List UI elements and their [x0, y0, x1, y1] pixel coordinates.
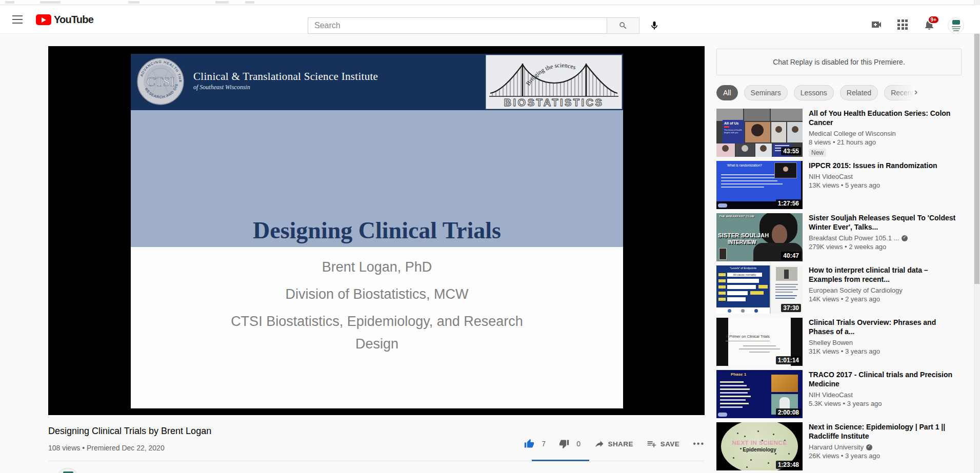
- youtube-watch-page: YouTube 9+: [0, 0, 980, 473]
- recommended-video-1[interactable]: All of Us The future of health begins wi…: [716, 109, 962, 157]
- search-button[interactable]: [607, 17, 639, 34]
- chips-next-icon[interactable]: ›: [914, 86, 917, 97]
- slide-author: Brent Logan, PhD: [131, 256, 623, 278]
- thumb-endpoint-label: All-cause mortality: [727, 273, 762, 277]
- recommended-video-4[interactable]: "Levels" of Endpoints All-cause mortalit…: [716, 265, 962, 314]
- thumb-pills-image: [771, 375, 798, 392]
- avatar-seal-icon: [952, 20, 960, 25]
- thumbnail[interactable]: NEXT IN SCIENCE Epidemiology 1:23:48: [716, 422, 803, 470]
- notification-count-badge: 9+: [928, 15, 939, 24]
- video-camera-plus-icon: [870, 18, 883, 31]
- channel-name: Harvard University: [809, 443, 864, 451]
- presentation-slide: ADVANCING HEALTH THROUGH RESEARCH AND DI…: [131, 54, 623, 408]
- slide-header-band: ADVANCING HEALTH THROUGH RESEARCH AND DI…: [131, 54, 623, 110]
- duration-badge: 1:23:48: [776, 461, 801, 469]
- verified-icon: [902, 235, 908, 241]
- verified-icon: [866, 444, 872, 450]
- youtube-play-icon: [36, 14, 51, 25]
- duration-badge: 43:55: [781, 147, 801, 155]
- apps-button[interactable]: [896, 18, 909, 31]
- thumbnail[interactable]: A Primer on Clinical Trials 1:01:14: [716, 318, 803, 366]
- top-app-bar: YouTube 9+: [0, 5, 980, 34]
- institute-subtitle: of Southeast Wisconsin: [193, 84, 378, 91]
- browser-remnant: [215, 1, 229, 4]
- book-cover: [719, 248, 727, 260]
- channel-avatar[interactable]: [56, 468, 79, 473]
- duration-badge: 40:47: [781, 252, 801, 260]
- recommended-video-7[interactable]: NEXT IN SCIENCE Epidemiology 1:23:48 Nex…: [716, 422, 962, 470]
- video-meta: 31K views • 3 years ago: [809, 347, 957, 355]
- filter-chips: All Seminars Lessons Related Recent: [716, 85, 962, 101]
- slide-title-band: Designing Clinical Trials: [131, 110, 623, 247]
- recommended-video-2[interactable]: What is randomization? 1:27:56 IPPCR 201…: [716, 161, 962, 209]
- video-meta: 279K views • 2 weeks ago: [809, 243, 957, 251]
- share-button[interactable]: SHARE: [594, 439, 633, 449]
- slide-title: Designing Clinical Trials: [131, 217, 623, 244]
- video-title: All of You Health Education Series: Colo…: [809, 109, 957, 127]
- nih-logo: [718, 203, 727, 208]
- duration-badge: 2:00:08: [776, 408, 801, 417]
- chip-lessons[interactable]: Lessons: [794, 85, 834, 100]
- nih-logo: [718, 413, 727, 417]
- thumbnail[interactable]: All of Us The future of health begins wi…: [716, 109, 803, 157]
- biostatistics-logo: Bridging the sciences BIOSTATISTICS: [486, 55, 622, 109]
- mic-icon: [649, 20, 659, 31]
- duration-badge: 37:30: [781, 304, 801, 312]
- chat-replay-notice: Chat Replay is disabled for this Premier…: [716, 49, 962, 75]
- institute-name-block: Clinical & Translational Science Institu…: [193, 70, 378, 91]
- video-title: How to interpret clinical trial data – E…: [809, 265, 957, 284]
- slide-department: CTSI Biostatistics, Epidemiology, and Re…: [223, 311, 531, 355]
- like-button[interactable]: 7: [524, 439, 546, 449]
- recommended-video-3[interactable]: THE BREAKFAST CLUB SISTER SOULJAH INTERV…: [716, 213, 962, 261]
- ctsi-logo: ADVANCING HEALTH THROUGH RESEARCH AND DI…: [137, 58, 184, 105]
- browser-remnant: [245, 1, 254, 4]
- voice-search-button[interactable]: [647, 18, 662, 33]
- scrollbar-track[interactable]: [974, 0, 980, 473]
- scrollbar-thumb[interactable]: [974, 33, 979, 284]
- create-video-button[interactable]: [870, 18, 883, 31]
- recommended-video-6[interactable]: Phase 1 2:00:08 TRACO 2017 - Clinical tr…: [716, 370, 962, 418]
- chip-related[interactable]: Related: [840, 85, 878, 100]
- thumb-brand: THE BREAKFAST CLUB: [719, 215, 755, 218]
- thumb-allus-tagline: The future of health begins with you: [724, 129, 743, 134]
- thumb-slide-title: "Levels" of Endpoints: [716, 266, 770, 270]
- account-avatar[interactable]: [948, 17, 964, 34]
- chip-seminars[interactable]: Seminars: [744, 85, 788, 100]
- video-title: Sister Souljah Releases Sequel To 'Colde…: [809, 213, 957, 232]
- thumbnail[interactable]: What is randomization? 1:27:56: [716, 161, 803, 209]
- video-title: Next in Science: Epidemiology | Part 1 |…: [809, 422, 957, 441]
- recommended-videos: All of Us The future of health begins wi…: [716, 109, 962, 473]
- channel-name: NIH VideoCast: [809, 391, 853, 399]
- search-input[interactable]: [308, 17, 607, 34]
- save-button[interactable]: SAVE: [647, 439, 679, 449]
- youtube-logo[interactable]: YouTube: [36, 14, 93, 26]
- like-count: 7: [542, 440, 546, 448]
- thumb-up-icon: [524, 439, 534, 449]
- chip-all[interactable]: All: [716, 85, 738, 100]
- thumbnail[interactable]: "Levels" of Endpoints All-cause mortalit…: [716, 265, 803, 314]
- video-title: Clinical Trials Overview: Phrases and Ph…: [809, 318, 957, 336]
- playlist-add-icon: [647, 439, 657, 449]
- thumb-subtext: INTERVIEW: [728, 239, 756, 245]
- dislike-button[interactable]: 0: [559, 439, 581, 449]
- channel-name: Shelley Bowen: [809, 339, 853, 346]
- browser-edge-strip: [0, 0, 980, 5]
- browser-remnant: [40, 1, 61, 4]
- more-actions-icon[interactable]: •••: [693, 439, 705, 448]
- thumbnail[interactable]: THE BREAKFAST CLUB SISTER SOULJAH INTERV…: [716, 213, 803, 261]
- video-player[interactable]: ADVANCING HEALTH THROUGH RESEARCH AND DI…: [48, 46, 705, 415]
- video-meta: 14K views • 2 years ago: [809, 295, 957, 303]
- thumb-text: NEXT IN SCIENCE: [716, 440, 803, 446]
- video-actions: 7 0 SHARE SAVE •••: [511, 439, 705, 449]
- divider: [48, 461, 705, 461]
- thumbnail[interactable]: Phase 1 2:00:08: [716, 370, 803, 418]
- notifications-button[interactable]: 9+: [923, 18, 935, 31]
- thumb-text: SISTER SOULJAH: [718, 232, 769, 238]
- slide-body: Brent Logan, PhD Division of Biostatisti…: [131, 247, 623, 408]
- apps-grid-icon: [896, 18, 909, 31]
- share-icon: [594, 439, 605, 449]
- recommended-video-5[interactable]: A Primer on Clinical Trials 1:01:14 Clin…: [716, 318, 962, 366]
- save-label: SAVE: [661, 440, 679, 448]
- menu-icon[interactable]: [12, 15, 23, 24]
- thumb-subtext: Epidemiology: [716, 447, 803, 453]
